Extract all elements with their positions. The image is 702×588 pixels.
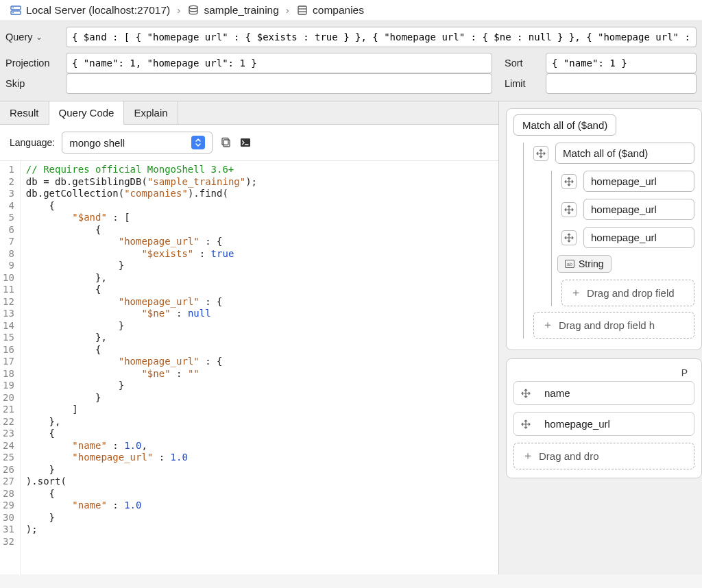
breadcrumb-database-label: sample_training [204, 4, 278, 16]
drag-handle-icon[interactable] [561, 174, 577, 189]
query-label[interactable]: Query ⌄ [5, 32, 59, 42]
sort-label: Sort [505, 58, 539, 69]
visual-query-card: Match all of ($and) Match all of ($and) … [506, 108, 702, 350]
updown-icon [191, 136, 205, 149]
database-icon [187, 4, 199, 16]
query-section: Query ⌄ Projection Sort Skip Limit [0, 21, 702, 101]
skip-label: Skip [5, 78, 59, 89]
drag-handle-icon[interactable] [561, 202, 577, 217]
code-editor[interactable]: 1234567891011121314151617181920212223242… [0, 161, 498, 574]
plus-icon: ＋ [522, 449, 533, 463]
left-pane: Result Query Code Explain Language: mong… [0, 101, 499, 574]
projection-field-name[interactable]: name [513, 381, 694, 405]
breadcrumb-collection-label: companies [313, 4, 364, 16]
breadcrumb-collection[interactable]: companies [296, 4, 364, 16]
chevron-down-icon: ⌄ [36, 32, 43, 42]
breadcrumb-server-label: Local Server (localhost:27017) [26, 4, 170, 16]
field-homepage-url-1[interactable]: homepage_url [583, 171, 694, 192]
server-icon [10, 4, 22, 16]
tab-query-code[interactable]: Query Code [49, 101, 125, 125]
language-selected: mongo shell [69, 137, 125, 149]
drop-zone-projection[interactable]: ＋ Drag and dro [513, 443, 694, 469]
tab-result[interactable]: Result [0, 101, 49, 124]
svg-point-4 [189, 5, 197, 8]
projection-field-homepage-url[interactable]: homepage_url [513, 412, 694, 436]
terminal-icon[interactable] [239, 136, 252, 149]
plus-icon: ＋ [542, 318, 553, 332]
svg-rect-10 [241, 138, 250, 147]
projection-label: Projection [5, 58, 59, 69]
breadcrumb-separator: › [177, 4, 180, 16]
projection-input[interactable] [66, 53, 492, 73]
limit-input[interactable] [546, 73, 697, 94]
drop-zone-inner[interactable]: ＋ Drag and drop field [561, 280, 694, 306]
plus-icon: ＋ [570, 286, 581, 300]
drag-handle-icon[interactable] [533, 146, 548, 161]
visual-projection-card: P name homepage_url ＋ Drag and dro [506, 358, 702, 478]
limit-label: Limit [505, 78, 539, 89]
field-homepage-url-3[interactable]: homepage_url [583, 227, 694, 248]
query-input[interactable] [66, 27, 697, 47]
breadcrumb-database[interactable]: sample_training [187, 4, 278, 16]
skip-input[interactable] [66, 73, 492, 94]
visual-query-pane: Match all of ($and) Match all of ($and) … [499, 101, 702, 574]
field-homepage-url-2[interactable]: homepage_url [583, 199, 694, 220]
drag-handle-icon[interactable] [518, 386, 533, 401]
drop-zone-outer[interactable]: ＋ Drag and drop field h [533, 312, 694, 339]
projection-section-label: P [513, 365, 694, 381]
svg-point-3 [12, 12, 14, 14]
tab-explain[interactable]: Explain [124, 101, 178, 124]
drag-handle-icon[interactable] [561, 230, 577, 245]
collection-icon [296, 4, 308, 16]
tabs: Result Query Code Explain [0, 101, 498, 125]
language-select[interactable]: mongo shell [62, 132, 213, 154]
breadcrumb-server[interactable]: Local Server (localhost:27017) [10, 4, 170, 16]
sort-input[interactable] [546, 53, 697, 73]
type-string-pill[interactable]: ab String [557, 255, 612, 273]
svg-text:ab: ab [567, 262, 572, 267]
drag-handle-icon[interactable] [518, 417, 533, 432]
root-and-pill[interactable]: Match all of ($and) [513, 114, 616, 136]
breadcrumb: Local Server (localhost:27017) › sample_… [0, 0, 702, 21]
nested-and-pill[interactable]: Match all of ($and) [555, 143, 694, 164]
type-icon: ab [565, 260, 574, 268]
language-label: Language: [10, 137, 55, 148]
breadcrumb-separator: › [286, 4, 289, 16]
svg-point-2 [12, 8, 14, 9]
svg-rect-5 [298, 6, 306, 14]
copy-icon[interactable] [219, 136, 233, 149]
